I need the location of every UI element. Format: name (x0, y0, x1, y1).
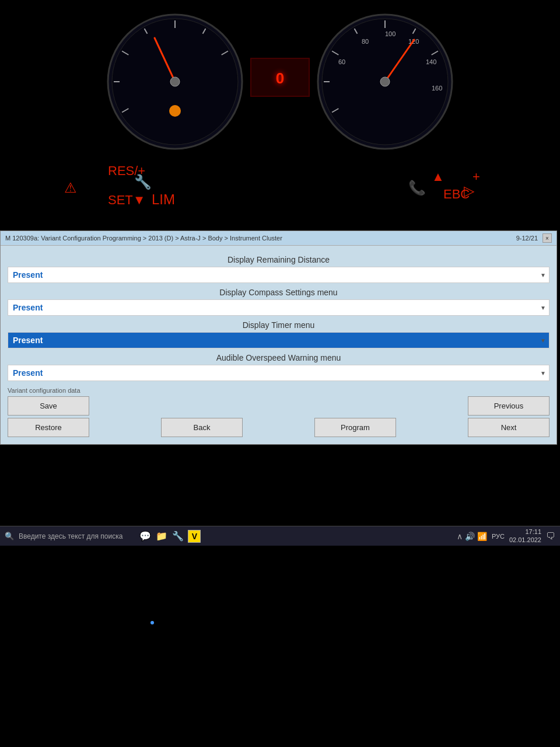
buttons-row-2: Restore Back Program Next (8, 418, 550, 437)
taskbar-notification-icon: 🗨 (546, 531, 555, 542)
restore-button[interactable]: Restore (8, 418, 89, 437)
section-title-overspeed: Audible Overspeed Warning menu (8, 353, 550, 362)
program-button[interactable]: Program (314, 418, 396, 437)
taskbar-date: 02.01.2022 (509, 536, 541, 544)
svg-text:LIM: LIM (152, 191, 175, 207)
svg-text:▷: ▷ (464, 183, 475, 198)
section-title-compass: Display Compass Settings menu (8, 288, 550, 297)
taskbar: 🔍 Введите здесь текст для поиска 💬 📁 🔧 V… (0, 526, 560, 546)
taskbar-icon-folder[interactable]: 📁 (155, 530, 168, 543)
dropdown-timer[interactable]: Present Not Present (8, 332, 550, 348)
section-title-timer: Display Timer menu (8, 320, 550, 330)
previous-button[interactable]: Previous (468, 396, 550, 416)
svg-text:140: 140 (426, 58, 436, 65)
dropdown-compass-wrapper[interactable]: Present Not Present (8, 299, 550, 316)
svg-text:SET▼: SET▼ (108, 193, 146, 207)
save-button[interactable]: Save (8, 396, 89, 416)
taskbar-search-text[interactable]: Введите здесь текст для поиска (19, 532, 123, 540)
svg-text:⚠: ⚠ (64, 180, 77, 196)
svg-point-12 (169, 105, 181, 117)
dropdown-timer-wrapper[interactable]: Present Not Present (8, 332, 550, 348)
breadcrumb: M 120309a: Variant Configuration Program… (5, 235, 282, 242)
svg-text:0: 0 (276, 69, 284, 87)
dashboard-background: 0 60 80 100 120 140 160 ⚠ RES/+ SET▼ 🔧 (0, 0, 560, 245)
title-bar: M 120309a: Variant Configuration Program… (1, 231, 556, 246)
svg-text:100: 100 (385, 30, 396, 37)
taskbar-icon-chat[interactable]: 💬 (139, 530, 152, 543)
bottom-dark-area (0, 546, 560, 747)
svg-text:+: + (473, 169, 480, 184)
app-window: M 120309a: Variant Configuration Program… (0, 231, 557, 445)
svg-text:🔧: 🔧 (134, 173, 152, 190)
svg-text:80: 80 (362, 38, 369, 45)
back-button[interactable]: Back (161, 418, 243, 437)
taskbar-language: РУС (492, 533, 505, 540)
svg-point-11 (170, 77, 180, 86)
svg-text:160: 160 (432, 85, 442, 92)
date-label: 9-12/21 (516, 235, 538, 242)
v-app-icon[interactable]: V (188, 530, 201, 543)
taskbar-icon-app[interactable]: 🔧 (172, 530, 184, 543)
section-title-remaining-distance: Display Remaining Distance (8, 255, 550, 264)
taskbar-right: ∧ 🔊 📶 РУС 17:11 02.01.2022 🗨 (457, 528, 555, 543)
close-button[interactable]: × (542, 233, 552, 243)
svg-point-31 (380, 77, 390, 86)
next-button[interactable]: Next (468, 418, 550, 437)
taskbar-system-tray: ∧ 🔊 📶 (457, 532, 487, 541)
dropdown-remaining-distance[interactable]: Present Not Present (8, 267, 550, 283)
svg-text:60: 60 (338, 58, 345, 65)
taskbar-icon-area: 💬 📁 🔧 V (139, 530, 201, 543)
dropdown-overspeed[interactable]: Present Not Present (8, 365, 550, 381)
search-icon: 🔍 (5, 532, 14, 540)
variant-data-label: Variant configuration data (8, 387, 550, 394)
blue-indicator-dot (150, 621, 154, 624)
svg-text:📞: 📞 (408, 179, 426, 196)
dropdown-compass[interactable]: Present Not Present (8, 299, 550, 316)
dropdown-remaining-distance-wrapper[interactable]: Present Not Present (8, 267, 550, 283)
taskbar-time-date: 17:11 02.01.2022 (509, 528, 541, 543)
taskbar-time: 17:11 (509, 528, 541, 536)
svg-text:▲: ▲ (432, 169, 444, 184)
buttons-row-1: Save Previous (8, 396, 550, 416)
content-area: Display Remaining Distance Present Not P… (1, 246, 556, 444)
svg-rect-0 (0, 0, 560, 245)
dropdown-overspeed-wrapper[interactable]: Present Not Present (8, 365, 550, 381)
